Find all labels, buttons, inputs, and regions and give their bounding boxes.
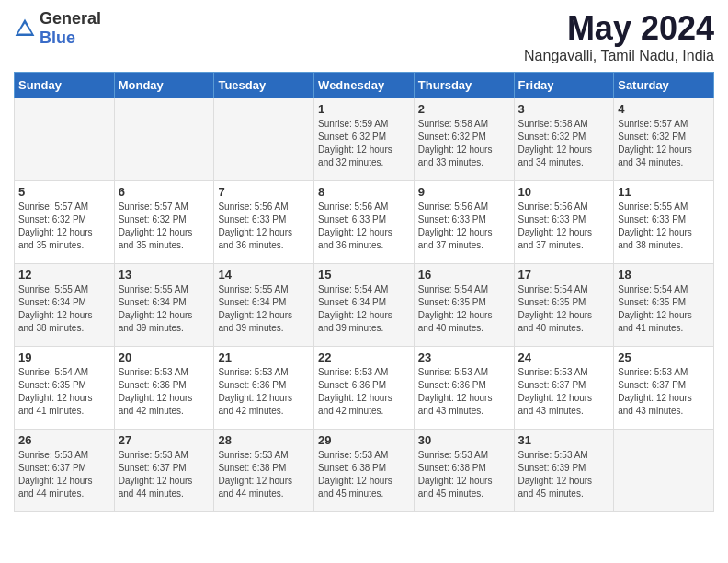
day-cell: 8Sunrise: 5:56 AM Sunset: 6:33 PM Daylig… xyxy=(314,181,415,264)
day-number: 11 xyxy=(618,185,710,199)
page-header: General Blue May 2024 Nangavalli, Tamil … xyxy=(14,9,714,64)
day-cell: 7Sunrise: 5:56 AM Sunset: 6:33 PM Daylig… xyxy=(214,181,314,264)
day-number: 1 xyxy=(318,102,410,116)
subtitle: Nangavalli, Tamil Nadu, India xyxy=(524,48,714,64)
day-cell: 17Sunrise: 5:54 AM Sunset: 6:35 PM Dayli… xyxy=(514,264,614,347)
day-cell: 16Sunrise: 5:54 AM Sunset: 6:35 PM Dayli… xyxy=(414,264,514,347)
day-cell: 6Sunrise: 5:57 AM Sunset: 6:32 PM Daylig… xyxy=(114,181,214,264)
day-info: Sunrise: 5:53 AM Sunset: 6:36 PM Dayligh… xyxy=(218,366,310,418)
day-number: 6 xyxy=(119,185,210,199)
day-info: Sunrise: 5:59 AM Sunset: 6:32 PM Dayligh… xyxy=(318,118,410,169)
day-number: 2 xyxy=(418,102,510,116)
day-info: Sunrise: 5:58 AM Sunset: 6:32 PM Dayligh… xyxy=(518,118,610,169)
day-cell: 11Sunrise: 5:55 AM Sunset: 6:33 PM Dayli… xyxy=(614,181,714,264)
day-cell xyxy=(114,98,214,181)
day-cell: 5Sunrise: 5:57 AM Sunset: 6:32 PM Daylig… xyxy=(15,181,115,264)
day-number: 16 xyxy=(418,268,510,282)
day-number: 9 xyxy=(418,185,510,199)
day-cell: 23Sunrise: 5:53 AM Sunset: 6:36 PM Dayli… xyxy=(414,347,514,430)
day-cell: 18Sunrise: 5:54 AM Sunset: 6:35 PM Dayli… xyxy=(614,264,714,347)
day-number: 25 xyxy=(618,350,710,364)
day-cell: 22Sunrise: 5:53 AM Sunset: 6:36 PM Dayli… xyxy=(314,347,415,430)
day-number: 30 xyxy=(418,433,510,447)
day-info: Sunrise: 5:57 AM Sunset: 6:32 PM Dayligh… xyxy=(18,201,110,252)
day-number: 5 xyxy=(18,185,110,199)
week-row-1: 5Sunrise: 5:57 AM Sunset: 6:32 PM Daylig… xyxy=(15,181,714,264)
day-info: Sunrise: 5:56 AM Sunset: 6:33 PM Dayligh… xyxy=(218,201,310,252)
day-number: 27 xyxy=(119,433,210,447)
day-number: 23 xyxy=(418,350,510,364)
day-number: 17 xyxy=(518,268,610,282)
day-number: 10 xyxy=(518,185,610,199)
day-info: Sunrise: 5:53 AM Sunset: 6:37 PM Dayligh… xyxy=(618,366,710,418)
day-cell: 27Sunrise: 5:53 AM Sunset: 6:37 PM Dayli… xyxy=(114,430,214,512)
day-cell: 4Sunrise: 5:57 AM Sunset: 6:32 PM Daylig… xyxy=(614,98,714,181)
day-info: Sunrise: 5:54 AM Sunset: 6:34 PM Dayligh… xyxy=(318,283,410,335)
day-info: Sunrise: 5:55 AM Sunset: 6:34 PM Dayligh… xyxy=(18,283,110,335)
logo: General Blue xyxy=(14,9,101,48)
day-info: Sunrise: 5:54 AM Sunset: 6:35 PM Dayligh… xyxy=(618,283,710,335)
day-info: Sunrise: 5:53 AM Sunset: 6:37 PM Dayligh… xyxy=(119,449,210,500)
calendar-table: SundayMondayTuesdayWednesdayThursdayFrid… xyxy=(14,72,714,512)
week-row-3: 19Sunrise: 5:54 AM Sunset: 6:35 PM Dayli… xyxy=(15,347,714,430)
day-cell: 1Sunrise: 5:59 AM Sunset: 6:32 PM Daylig… xyxy=(314,98,415,181)
day-cell: 19Sunrise: 5:54 AM Sunset: 6:35 PM Dayli… xyxy=(15,347,115,430)
day-cell: 10Sunrise: 5:56 AM Sunset: 6:33 PM Dayli… xyxy=(514,181,614,264)
day-info: Sunrise: 5:56 AM Sunset: 6:33 PM Dayligh… xyxy=(418,201,510,252)
day-cell: 3Sunrise: 5:58 AM Sunset: 6:32 PM Daylig… xyxy=(514,98,614,181)
day-info: Sunrise: 5:53 AM Sunset: 6:37 PM Dayligh… xyxy=(518,366,610,418)
day-number: 14 xyxy=(218,268,310,282)
day-info: Sunrise: 5:53 AM Sunset: 6:36 PM Dayligh… xyxy=(119,366,210,418)
day-info: Sunrise: 5:54 AM Sunset: 6:35 PM Dayligh… xyxy=(418,283,510,335)
week-row-0: 1Sunrise: 5:59 AM Sunset: 6:32 PM Daylig… xyxy=(15,98,714,181)
day-cell: 28Sunrise: 5:53 AM Sunset: 6:38 PM Dayli… xyxy=(214,430,314,512)
day-number: 22 xyxy=(318,350,410,364)
logo-text-blue: Blue xyxy=(40,29,75,47)
day-number: 12 xyxy=(18,268,110,282)
day-info: Sunrise: 5:54 AM Sunset: 6:35 PM Dayligh… xyxy=(18,366,110,418)
day-info: Sunrise: 5:53 AM Sunset: 6:36 PM Dayligh… xyxy=(318,366,410,418)
day-cell: 2Sunrise: 5:58 AM Sunset: 6:32 PM Daylig… xyxy=(414,98,514,181)
day-info: Sunrise: 5:57 AM Sunset: 6:32 PM Dayligh… xyxy=(618,118,710,169)
day-number: 8 xyxy=(318,185,410,199)
day-number: 29 xyxy=(318,433,410,447)
day-info: Sunrise: 5:58 AM Sunset: 6:32 PM Dayligh… xyxy=(418,118,510,169)
header-wednesday: Wednesday xyxy=(314,73,415,98)
logo-text-general: General xyxy=(40,9,101,28)
day-number: 19 xyxy=(18,350,110,364)
day-number: 21 xyxy=(218,350,310,364)
day-number: 28 xyxy=(218,433,310,447)
logo-icon xyxy=(14,17,36,40)
header-sunday: Sunday xyxy=(15,73,115,98)
header-friday: Friday xyxy=(514,73,614,98)
day-cell: 21Sunrise: 5:53 AM Sunset: 6:36 PM Dayli… xyxy=(214,347,314,430)
day-cell xyxy=(214,98,314,181)
day-cell: 9Sunrise: 5:56 AM Sunset: 6:33 PM Daylig… xyxy=(414,181,514,264)
day-cell: 24Sunrise: 5:53 AM Sunset: 6:37 PM Dayli… xyxy=(514,347,614,430)
day-info: Sunrise: 5:56 AM Sunset: 6:33 PM Dayligh… xyxy=(318,201,410,252)
day-number: 26 xyxy=(18,433,110,447)
day-number: 24 xyxy=(518,350,610,364)
day-number: 3 xyxy=(518,102,610,116)
header-thursday: Thursday xyxy=(414,73,514,98)
day-cell: 26Sunrise: 5:53 AM Sunset: 6:37 PM Dayli… xyxy=(15,430,115,512)
day-info: Sunrise: 5:53 AM Sunset: 6:38 PM Dayligh… xyxy=(318,449,410,500)
day-cell: 20Sunrise: 5:53 AM Sunset: 6:36 PM Dayli… xyxy=(114,347,214,430)
day-info: Sunrise: 5:53 AM Sunset: 6:36 PM Dayligh… xyxy=(418,366,510,418)
day-number: 18 xyxy=(618,268,710,282)
day-cell: 12Sunrise: 5:55 AM Sunset: 6:34 PM Dayli… xyxy=(15,264,115,347)
day-info: Sunrise: 5:53 AM Sunset: 6:39 PM Dayligh… xyxy=(518,449,610,500)
header-tuesday: Tuesday xyxy=(214,73,314,98)
day-info: Sunrise: 5:56 AM Sunset: 6:33 PM Dayligh… xyxy=(518,201,610,252)
day-info: Sunrise: 5:57 AM Sunset: 6:32 PM Dayligh… xyxy=(119,201,210,252)
week-row-4: 26Sunrise: 5:53 AM Sunset: 6:37 PM Dayli… xyxy=(15,430,714,512)
day-info: Sunrise: 5:54 AM Sunset: 6:35 PM Dayligh… xyxy=(518,283,610,335)
day-cell xyxy=(614,430,714,512)
day-info: Sunrise: 5:53 AM Sunset: 6:37 PM Dayligh… xyxy=(18,449,110,500)
day-info: Sunrise: 5:53 AM Sunset: 6:38 PM Dayligh… xyxy=(418,449,510,500)
header-monday: Monday xyxy=(114,73,214,98)
main-title: May 2024 xyxy=(524,9,714,48)
day-cell: 31Sunrise: 5:53 AM Sunset: 6:39 PM Dayli… xyxy=(514,430,614,512)
day-cell: 30Sunrise: 5:53 AM Sunset: 6:38 PM Dayli… xyxy=(414,430,514,512)
day-number: 4 xyxy=(618,102,710,116)
